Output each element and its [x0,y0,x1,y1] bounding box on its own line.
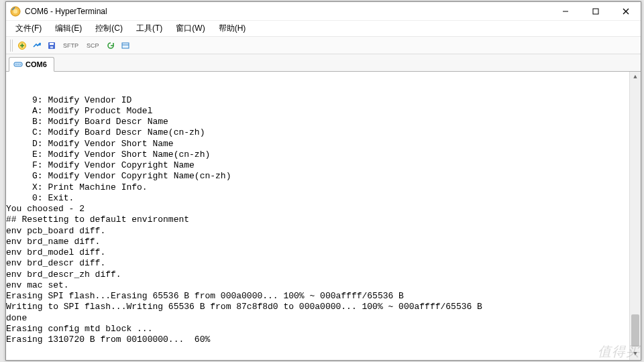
scroll-down-button[interactable]: ▼ [630,349,641,360]
terminal-line: env brd_descr diff. [6,258,641,269]
connect-button[interactable] [30,39,44,52]
window-title: COM6 - HyperTerminal [25,7,550,16]
terminal-line: done [6,313,641,324]
terminal-line: E: Modify Vendor Short Name(cn-zh) [6,149,641,160]
menu-window[interactable]: 窗口(W) [169,21,211,36]
app-icon [10,6,21,17]
terminal-line: B: Modify Board Descr Name [6,117,641,127]
terminal-line: Erasing config mtd block ... [6,324,641,335]
app-window: COM6 - HyperTerminal 文件(F) 编辑(E) 控制(C) 工… [5,1,641,361]
svg-point-15 [19,64,21,65]
svg-point-1 [13,9,17,13]
menu-edit[interactable]: 编辑(E) [48,21,89,36]
scp-button[interactable]: SCP [83,39,103,52]
tab-com6[interactable]: COM6 [9,57,54,72]
terminal-line: C: Modify Board Descr Name(cn-zh) [6,127,641,138]
terminal-line: X: Print Machine Info. [6,182,641,193]
menu-tools[interactable]: 工具(T) [129,21,169,36]
terminal-line: F: Modify Vendor Copyright Name [6,160,641,171]
svg-rect-8 [50,43,54,45]
terminal-output[interactable]: 9: Modify Vendor ID A: Modify Product Mo… [6,72,641,360]
vertical-scrollbar[interactable]: ▲ ▼ [629,72,641,360]
terminal-line: You choosed - 2 [6,204,641,215]
titlebar[interactable]: COM6 - HyperTerminal [6,2,641,21]
menubar: 文件(F) 编辑(E) 控制(C) 工具(T) 窗口(W) 帮助(H) [6,21,641,37]
terminal-line: env brd_descr_zh diff. [6,269,641,280]
menu-file[interactable]: 文件(F) [9,21,48,36]
tab-label: COM6 [25,60,47,68]
svg-rect-3 [593,9,598,14]
refresh-button[interactable] [104,39,117,52]
serial-port-icon [13,60,23,69]
terminal-line: env brd_model diff. [6,247,641,258]
scroll-up-button[interactable]: ▲ [630,72,641,83]
terminal-line: env pcb_board diff. [6,226,641,237]
terminal-line: ## Resetting to default environment [6,215,641,225]
menu-control[interactable]: 控制(C) [89,21,129,36]
close-button[interactable] [610,2,641,20]
svg-rect-9 [50,46,53,48]
svg-point-14 [17,64,19,65]
terminal-line: Erasing SPI flash...Erasing 65536 B from… [6,291,641,302]
terminal-line: env mac set. [6,280,641,291]
svg-point-13 [15,64,17,65]
properties-button[interactable] [119,39,132,52]
terminal-line: G: Modify Vendor Copyright Name(cn-zh) [6,171,641,182]
terminal-line: Erasing 1310720 B from 00100000... 60% [6,335,641,345]
scroll-thumb[interactable] [631,314,639,347]
terminal-line: D: Modify Vendor Short Name [6,139,641,149]
svg-rect-10 [122,43,129,48]
terminal-line: Writing to SPI flash...Writing 65536 B f… [6,302,641,312]
toolbar-grip [10,40,13,52]
terminal-line: 0: Exit. [6,193,641,204]
terminal-line: env brd_name diff. [6,237,641,247]
new-connection-button[interactable] [15,39,29,52]
terminal-line: A: Modify Product Model [6,106,641,117]
toolbar: SFTP SCP [6,37,641,54]
maximize-button[interactable] [580,2,610,20]
sftp-button[interactable]: SFTP [60,39,82,52]
tab-bar: COM6 [6,54,641,72]
minimize-button[interactable] [550,2,580,20]
terminal-line: 9: Modify Vendor ID [6,95,641,106]
menu-help[interactable]: 帮助(H) [212,21,253,36]
save-button[interactable] [45,39,58,52]
